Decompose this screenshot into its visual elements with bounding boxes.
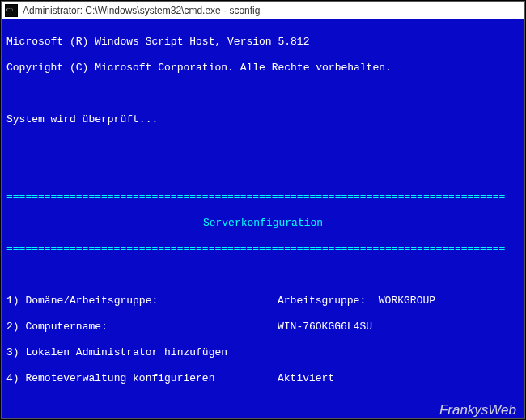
header-line1: Microsoft (R) Windows Script Host, Versi… [6,36,520,49]
cmd-window: C:\ Administrator: C:\Windows\system32\c… [1,1,525,419]
blank [6,165,520,178]
cmd-icon: C:\ [5,4,18,17]
blank [6,87,520,100]
option-2: 2) Computername:WIN-76OKGG6L4SU [6,320,520,333]
titlebar[interactable]: C:\ Administrator: C:\Windows\system32\c… [2,2,524,19]
option-3: 3) Lokalen Administrator hinzufügen [6,346,520,359]
header-line2: Copyright (C) Microsoft Corporation. All… [6,62,520,74]
section-title: Serverkonfiguration [6,217,520,230]
console-area[interactable]: Microsoft (R) Windows Script Host, Versi… [2,19,524,418]
blank [6,139,520,152]
divider-top: ========================================… [6,191,520,204]
svg-text:C:\: C:\ [6,6,14,13]
blank [6,269,520,282]
option-1: 1) Domäne/Arbeitsgruppe:Arbeitsgruppe: W… [6,295,520,308]
titlebar-text: Administrator: C:\Windows\system32\cmd.e… [23,5,260,16]
option-4: 4) Remoteverwaltung konfigurierenAktivie… [6,372,520,385]
status-checking: System wird überprüft... [6,113,520,126]
divider-bottom: ========================================… [6,243,520,256]
watermark: FrankysWeb [439,404,516,417]
